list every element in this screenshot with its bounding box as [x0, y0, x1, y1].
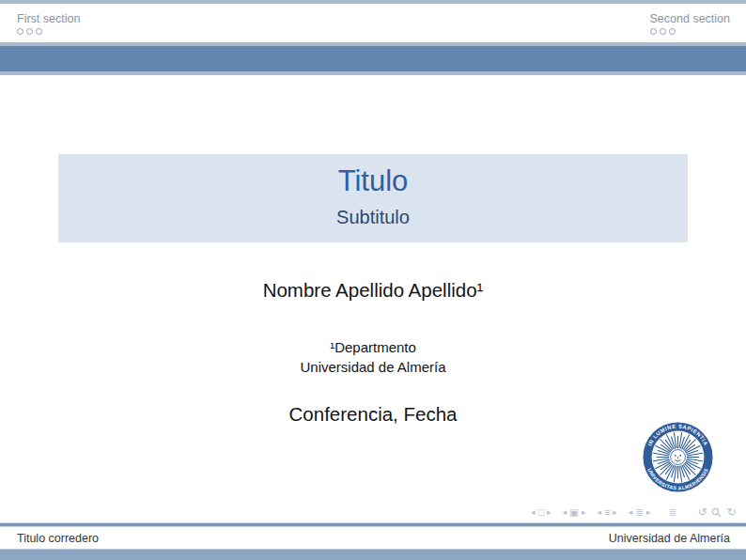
author-name: Nombre Apellido Apellido¹	[0, 279, 746, 302]
prev-frame-icon[interactable]: ◂	[563, 506, 567, 520]
footer-institution: Universidad de Almería	[609, 532, 730, 545]
next-subsection-icon[interactable]: ▸	[613, 506, 617, 520]
footer-rule-light-bottom	[0, 526, 746, 527]
navigation-symbols-bar: ◂ □ ▸ ◂ ▣ ▸ ◂ ≡ ▸ ◂ ≣ ▸ ≣ ↺ ↻	[521, 506, 738, 520]
section-label-second[interactable]: Second section	[650, 12, 730, 25]
conference-date: Conferencia, Fecha	[0, 403, 746, 426]
slide-subtitle: Subtitulo	[58, 205, 688, 229]
next-slide-icon[interactable]: ▸	[547, 506, 552, 520]
slide-dots-second	[650, 28, 730, 37]
nav-subsection-group: ◂ ≡ ▸	[596, 506, 618, 520]
nav-appendix-group: ≣	[667, 506, 678, 520]
subsection-icon[interactable]: ≡	[604, 506, 610, 520]
section-nav-second: Second section	[650, 12, 730, 37]
slide-dot[interactable]	[17, 28, 23, 35]
slide-dot[interactable]	[650, 28, 657, 35]
beamer-title-slide: First section Second section Titulo Subt…	[0, 0, 746, 560]
institute-department: ¹Departmento	[0, 337, 746, 357]
prev-subsection-icon[interactable]: ◂	[597, 506, 601, 520]
title-box: Titulo Subtitulo	[58, 154, 688, 242]
footer-short-title: Titulo corredero	[17, 532, 99, 545]
section-icon[interactable]: ≣	[635, 506, 644, 520]
frame-icon[interactable]: ▣	[569, 506, 579, 520]
search-icon[interactable]	[711, 507, 722, 518]
institute-university: Universidad de Almería	[0, 357, 746, 377]
slide-icon[interactable]: □	[538, 506, 544, 520]
slide-dots-first	[17, 28, 80, 37]
section-nav-first: First section	[17, 12, 80, 37]
header-band-light-bottom	[0, 71, 746, 75]
institute-block: ¹Departmento Universidad de Almería	[0, 337, 746, 377]
nav-section-group: ◂ ≣ ▸	[627, 506, 652, 520]
nav-frame-group: ◂ ▣ ▸	[561, 506, 587, 520]
appendix-icon[interactable]: ≣	[669, 506, 677, 520]
prev-slide-icon[interactable]: ◂	[531, 506, 536, 520]
go-forward-icon[interactable]: ↻	[726, 506, 736, 520]
section-label-first[interactable]: First section	[17, 12, 80, 25]
top-accent-bar	[0, 0, 746, 4]
next-frame-icon[interactable]: ▸	[582, 506, 586, 520]
slide-dot[interactable]	[26, 28, 33, 35]
sun-eye-left	[675, 455, 676, 457]
next-section-icon[interactable]: ▸	[646, 506, 651, 520]
sun-eye-right	[679, 455, 681, 457]
bottom-accent-bar	[0, 549, 746, 560]
slide-title: Titulo	[58, 164, 688, 198]
university-seal-logo: IN LUMINE SAPIENTIA UNIVERSITAS ALMERIEN…	[642, 420, 714, 494]
slide-dot[interactable]	[36, 28, 42, 35]
slide-dot[interactable]	[660, 28, 666, 35]
slide-dot[interactable]	[669, 28, 676, 35]
prev-section-icon[interactable]: ◂	[629, 506, 633, 520]
go-back-icon[interactable]: ↺	[697, 506, 707, 520]
nav-tools-group: ↺ ↻	[695, 506, 738, 520]
nav-slide-group: ◂ □ ▸	[530, 506, 552, 520]
header-band-dark	[0, 46, 746, 71]
